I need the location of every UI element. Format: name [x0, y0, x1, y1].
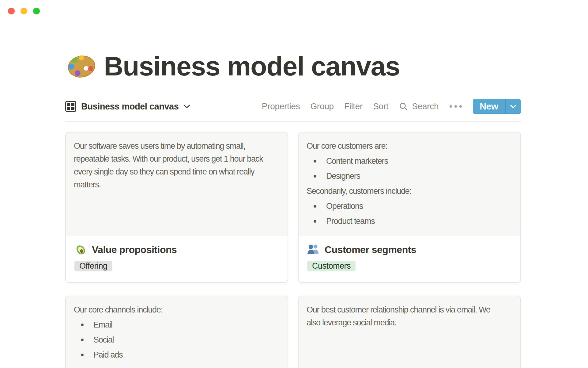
palette-icon[interactable]	[67, 53, 96, 80]
new-button: New	[473, 99, 521, 114]
bullet-list: Content marketers Designers	[307, 155, 512, 182]
filter-button[interactable]: Filter	[344, 102, 363, 111]
list-item: Paid ads	[74, 348, 280, 361]
card-tags: Customers	[307, 261, 512, 271]
view-switcher[interactable]: Business model canvas	[65, 101, 190, 112]
search-icon	[399, 102, 408, 111]
bullet-list: Email Social Paid ads	[74, 318, 280, 361]
new-button-label[interactable]: New	[473, 99, 505, 114]
card-preview: Our software saves users time by automat…	[66, 132, 288, 236]
tag-customers: Customers	[307, 261, 356, 271]
card-title-text: Customer segments	[325, 243, 416, 256]
page-title: Business model canvas	[67, 52, 521, 81]
page-title-text: Business model canvas	[104, 52, 400, 81]
group-button[interactable]: Group	[310, 102, 334, 111]
card-preview-text: Our core channels include:	[74, 303, 280, 316]
list-item: Email	[74, 318, 280, 331]
card-tags: Offering	[74, 261, 279, 271]
avocado-icon	[74, 243, 87, 256]
gallery-card-value-propositions[interactable]: Our software saves users time by automat…	[65, 132, 288, 283]
view-toolbar: Business model canvas Properties Group F…	[65, 97, 521, 116]
bullet-list: Operations Product teams	[307, 200, 512, 228]
toolbar-divider	[65, 121, 521, 122]
gallery-view: Our software saves users time by automat…	[65, 132, 521, 368]
gallery-card-customer-segments[interactable]: Our core customers are: Content marketer…	[298, 132, 521, 283]
card-footer: Customer segments Customers	[299, 236, 520, 279]
more-options-button[interactable]	[449, 105, 462, 108]
gallery-view-icon	[65, 101, 76, 112]
card-preview-text: Our core customers are:	[307, 140, 512, 152]
gallery-card-customer-relationships[interactable]: Our best customer relationship channel i…	[298, 296, 521, 368]
sort-button[interactable]: Sort	[373, 102, 388, 111]
card-title: Customer segments	[307, 243, 512, 256]
gallery-card-channels[interactable]: Our core channels include: Email Social …	[65, 296, 288, 368]
zoom-button[interactable]	[33, 8, 40, 14]
view-actions: Properties Group Filter Sort Search New	[262, 99, 521, 114]
card-preview: Our best customer relationship channel i…	[299, 296, 520, 368]
window-controls	[8, 8, 40, 14]
view-name: Business model canvas	[81, 102, 179, 112]
list-item: Operations	[307, 200, 512, 213]
properties-button[interactable]: Properties	[262, 102, 300, 111]
page-content: Business model canvas Business model can…	[65, 0, 521, 368]
minimize-button[interactable]	[21, 8, 27, 14]
card-preview: Our core customers are: Content marketer…	[299, 132, 520, 236]
search-button[interactable]: Search	[399, 102, 439, 111]
new-dropdown-chevron[interactable]	[506, 99, 521, 114]
busts-in-silhouette-icon	[307, 243, 319, 256]
card-preview-text: Our software saves users time by automat…	[74, 140, 280, 191]
card-title: Value propositions	[74, 243, 279, 256]
tag-offering: Offering	[74, 261, 112, 271]
search-label: Search	[412, 102, 439, 111]
card-preview: Our core channels include: Email Social …	[66, 296, 288, 368]
list-item: Product teams	[307, 215, 512, 228]
chevron-down-icon	[183, 104, 190, 109]
close-button[interactable]	[8, 8, 15, 14]
card-preview-text: Secondarily, customers include:	[307, 185, 512, 197]
list-item: Designers	[307, 170, 512, 182]
list-item: Social	[74, 333, 280, 346]
card-footer: Value propositions Offering	[66, 236, 288, 279]
list-item: Content marketers	[307, 155, 512, 167]
card-title-text: Value propositions	[92, 243, 177, 256]
card-preview-text: Our best customer relationship channel i…	[307, 303, 512, 329]
